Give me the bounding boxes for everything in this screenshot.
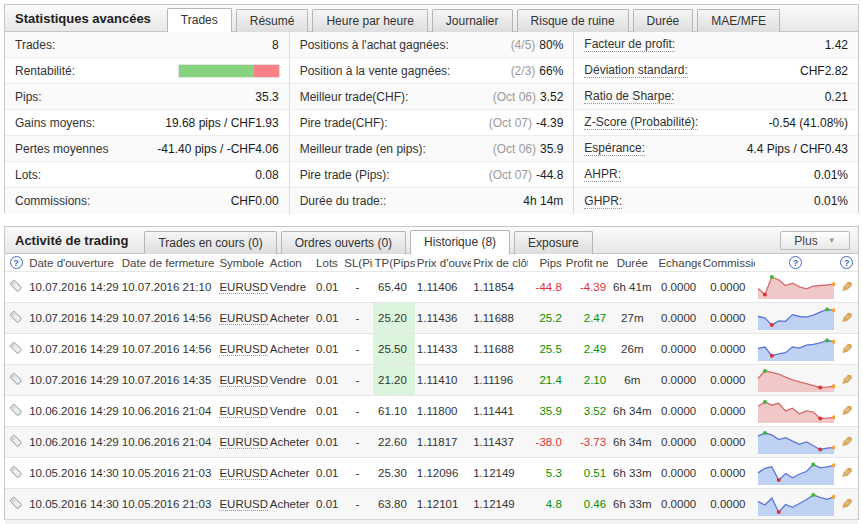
- tab-r-sum[interactable]: Résumé: [236, 9, 309, 32]
- profit-net-cell: 2.10: [564, 365, 608, 396]
- note-tag-icon[interactable]: [9, 403, 23, 419]
- column-header-commissions[interactable]: Commissions: [701, 254, 755, 272]
- column-header-action[interactable]: Action: [268, 254, 314, 272]
- commission-cell: 0.0000: [701, 334, 755, 365]
- stat-label[interactable]: GHPR:: [584, 194, 622, 209]
- note-tag-icon[interactable]: [9, 496, 23, 512]
- note-tag-icon[interactable]: [9, 279, 23, 295]
- column-header-dur-e[interactable]: Durée: [608, 254, 656, 272]
- stat-label[interactable]: Facteur de profit:: [584, 37, 675, 52]
- plus-dropdown-button[interactable]: Plus ▼: [780, 231, 850, 250]
- open-date-cell: 10.06.2016 14:29: [27, 427, 120, 458]
- close-date-cell: 10.06.2016 21:04: [120, 427, 218, 458]
- column-header-date-d-ouverture[interactable]: Date d'ouverture: [27, 254, 120, 272]
- trade-sparkline-chart[interactable]: [755, 427, 836, 458]
- stat-value-main: 4h 14m: [523, 194, 563, 208]
- trade-sparkline-chart[interactable]: [755, 489, 836, 520]
- symbol-link[interactable]: EURUSD: [219, 312, 267, 325]
- column-header-sl-pips[interactable]: SL(Pips): [342, 254, 372, 272]
- edit-pencil-icon[interactable]: ✎: [841, 341, 853, 357]
- stat-value: 1.42: [825, 38, 848, 52]
- history-table-row: 10.07.2016 14:29 10.07.2016 14:35 EURUSD…: [5, 365, 858, 396]
- stat-label: Durée du trade::: [300, 194, 387, 208]
- stat-row-lots: Lots:0.08: [5, 162, 289, 188]
- trade-sparkline-chart[interactable]: [755, 303, 836, 334]
- column-header-prix-de-cl-ture[interactable]: Prix de clôture: [471, 254, 527, 272]
- tab-ordres-ouverts-0[interactable]: Ordres ouverts (0): [281, 231, 406, 254]
- help-column-header: ?: [755, 254, 836, 272]
- note-tag-icon[interactable]: [9, 372, 23, 388]
- close-price-cell: 1.12149: [471, 458, 527, 489]
- advanced-stats-header: Statistiques avancées TradesRésuméHeure …: [5, 5, 858, 32]
- tab-journalier[interactable]: Journalier: [432, 9, 513, 32]
- column-header-prix-d-ouverture[interactable]: Prix d'ouverture: [415, 254, 471, 272]
- trade-sparkline-chart[interactable]: [755, 272, 836, 303]
- note-tag-icon[interactable]: [9, 341, 23, 357]
- help-icon[interactable]: ?: [789, 256, 802, 269]
- trading-activity-panel: Activité de trading Trades en cours (0)O…: [4, 226, 859, 520]
- column-header-date-de-fermeture[interactable]: Date de fermeture▼: [120, 254, 218, 272]
- profit-net-cell: -4.39: [564, 272, 608, 303]
- note-tag-icon[interactable]: [9, 465, 23, 481]
- edit-pencil-icon[interactable]: ✎: [841, 465, 853, 481]
- stat-label[interactable]: Ratio de Sharpe:: [584, 89, 674, 104]
- column-header-pips[interactable]: Pips: [528, 254, 564, 272]
- note-tag-icon[interactable]: [9, 434, 23, 450]
- column-header-echange[interactable]: Echange: [656, 254, 700, 272]
- stat-row-trades: Trades:8: [5, 32, 289, 58]
- stat-value-main: CHF0.00: [231, 194, 279, 208]
- help-icon[interactable]: ?: [840, 256, 853, 269]
- stat-label[interactable]: AHPR:: [584, 167, 621, 182]
- stat-label: Pertes moyennes: [15, 142, 108, 156]
- symbol-link[interactable]: EURUSD: [219, 281, 267, 294]
- trade-sparkline-chart[interactable]: [755, 396, 836, 427]
- duration-cell: 26m: [608, 334, 656, 365]
- tab-risque-de-ruine[interactable]: Risque de ruine: [517, 9, 629, 32]
- edit-pencil-icon[interactable]: ✎: [841, 279, 853, 295]
- tab-dur-e[interactable]: Durée: [633, 9, 694, 32]
- column-header-lots[interactable]: Lots: [314, 254, 342, 272]
- edit-pencil-icon[interactable]: ✎: [841, 310, 853, 326]
- sl-pips-cell: -: [342, 427, 372, 458]
- trade-sparkline-chart[interactable]: [755, 458, 836, 489]
- tab-trades-en-cours-0[interactable]: Trades en cours (0): [144, 231, 276, 254]
- tab-historique-8[interactable]: Historique (8): [410, 230, 510, 254]
- stat-value-main: 19.68 pips / CHF1.93: [165, 116, 278, 130]
- symbol-link[interactable]: EURUSD: [219, 343, 267, 356]
- edit-pencil-icon[interactable]: ✎: [841, 434, 853, 450]
- sl-pips-cell: -: [342, 272, 372, 303]
- stat-value: 0.01%: [814, 194, 848, 208]
- column-header-profit-net[interactable]: Profit net: [564, 254, 608, 272]
- edit-pencil-icon[interactable]: ✎: [841, 403, 853, 419]
- symbol-link[interactable]: EURUSD: [219, 498, 267, 511]
- symbol-link[interactable]: EURUSD: [219, 405, 267, 418]
- stat-row-position-la-vente-gagn-es: Position à la vente gagnées:(2/3)66%: [290, 58, 574, 84]
- lots-cell: 0.01: [314, 272, 342, 303]
- tab-exposure[interactable]: Exposure: [514, 231, 593, 254]
- tab-heure-par-heure[interactable]: Heure par heure: [312, 9, 427, 32]
- stat-row-meilleur-trade-en-pips: Meilleur trade (en pips):(Oct 06)35.9: [290, 136, 574, 162]
- tp-pips-cell: 61.10: [373, 396, 415, 427]
- edit-pencil-icon[interactable]: ✎: [841, 372, 853, 388]
- stat-value-main: 0.21: [825, 90, 848, 104]
- symbol-link[interactable]: EURUSD: [219, 436, 267, 449]
- note-tag-icon[interactable]: [9, 310, 23, 326]
- symbol-link[interactable]: EURUSD: [219, 467, 267, 480]
- column-header-tp-pips[interactable]: TP(Pips): [373, 254, 415, 272]
- tab-mae-mfe[interactable]: MAE/MFE: [697, 9, 780, 32]
- stat-row-d-viation-standard: Déviation standard:CHF2.82: [574, 58, 858, 84]
- stat-row-positions-l-achat-gagn-es: Positions à l'achat gagnées:(4/5)80%: [290, 32, 574, 58]
- stat-label[interactable]: Déviation standard:: [584, 63, 687, 78]
- trade-sparkline-chart[interactable]: [755, 334, 836, 365]
- column-header-symbole[interactable]: Symbole: [217, 254, 267, 272]
- lots-cell: 0.01: [314, 365, 342, 396]
- tab-trades[interactable]: Trades: [167, 8, 232, 32]
- action-cell: Acheter: [268, 427, 314, 458]
- edit-pencil-icon[interactable]: ✎: [841, 496, 853, 512]
- stat-label[interactable]: Espérance:: [584, 141, 645, 156]
- help-icon[interactable]: ?: [10, 256, 23, 269]
- stat-row-facteur-de-profit: Facteur de profit:1.42: [574, 32, 858, 58]
- trade-sparkline-chart[interactable]: [755, 365, 836, 396]
- symbol-link[interactable]: EURUSD: [219, 374, 267, 387]
- stat-label[interactable]: Z-Score (Probabilité):: [584, 115, 698, 130]
